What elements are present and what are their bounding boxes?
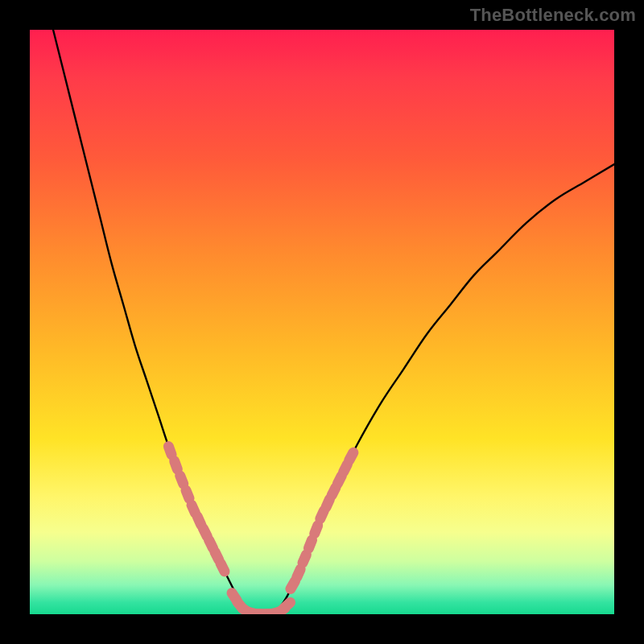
watermark-text: TheBottleneck.com (470, 5, 636, 26)
gradient-plot-area (30, 30, 614, 614)
chart-stage: TheBottleneck.com (0, 0, 644, 644)
